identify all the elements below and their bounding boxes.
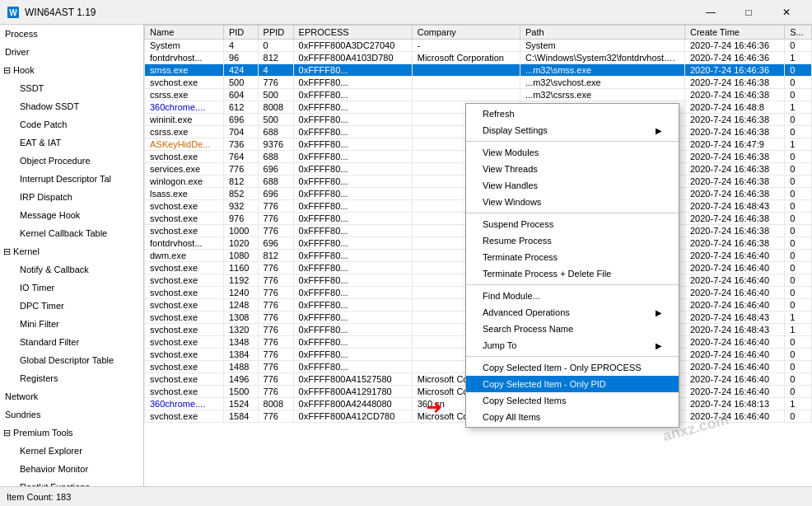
menu-item-copy-selected-item---only-epro[interactable]: Copy Selected Item - Only EPROCESS — [466, 359, 679, 376]
menu-item-find-module---[interactable]: Find Module... — [466, 288, 679, 304]
minimize-button[interactable]: — — [692, 0, 730, 25]
window-controls: — □ ✕ — [692, 0, 805, 25]
sidebar-item-shadow-ssdt[interactable]: Shadow SSDT — [0, 97, 143, 115]
menu-item-advanced-operations[interactable]: Advanced Operations▶ — [466, 304, 679, 321]
sidebar-item-mini-filter[interactable]: Mini Filter — [0, 315, 143, 333]
menu-item-label: Suspend Process — [483, 219, 553, 229]
menu-item-refresh[interactable]: Refresh — [466, 105, 679, 122]
item-count: Item Count: 183 — [7, 492, 71, 502]
submenu-arrow-icon: ▶ — [656, 126, 662, 135]
col-header-name[interactable]: Name — [145, 26, 224, 40]
sidebar-item-code-patch[interactable]: Code Patch — [0, 115, 143, 134]
col-header-company[interactable]: Company — [412, 26, 520, 40]
menu-separator — [466, 284, 679, 285]
menu-item-display-settings[interactable]: Display Settings▶ — [466, 122, 679, 138]
menu-item-label: Terminate Process + Delete File — [483, 269, 611, 279]
menu-item-view-handles[interactable]: View Handles — [466, 177, 679, 194]
sidebar-item-process[interactable]: Process — [0, 25, 143, 43]
sidebar-item-rootkit-functions[interactable]: Rootkit Functions — [0, 478, 143, 486]
menu-item-label: Search Process Name — [483, 324, 573, 334]
menu-separator — [466, 356, 679, 357]
sidebar-item-behavior-monitor[interactable]: Behavior Monitor — [0, 460, 143, 478]
maximize-button[interactable]: □ — [730, 0, 768, 25]
sidebar-item-premium-tools[interactable]: ⊟ Premium Tools — [0, 424, 143, 442]
sidebar-item-object-procedure[interactable]: Object Procedure — [0, 152, 143, 170]
sidebar-item-kernel[interactable]: ⊟ Kernel — [0, 242, 143, 260]
table-row[interactable]: fontdrvhost...968120xFFFF800A4103D780Mic… — [145, 52, 812, 64]
svg-text:W: W — [9, 8, 17, 17]
status-bar: Item Count: 183 — [0, 486, 812, 506]
sidebar-item-driver[interactable]: Driver — [0, 43, 143, 61]
menu-item-terminate-process---delete-fil[interactable]: Terminate Process + Delete File — [466, 265, 679, 282]
col-header-path[interactable]: Path — [520, 26, 685, 40]
menu-item-label: View Threads — [483, 164, 538, 174]
col-header-ppid[interactable]: PPID — [258, 26, 293, 40]
menu-item-copy-selected-item---only-pid[interactable]: Copy Selected Item - Only PID — [466, 376, 679, 392]
sidebar: ProcessDriver⊟ HookSSDTShadow SSDTCode P… — [0, 25, 144, 486]
sidebar-item-interrupt-descriptor[interactable]: Interrupt Descriptor Tal — [0, 170, 143, 188]
menu-item-label: Display Settings — [483, 125, 548, 135]
sidebar-item-standard-filter[interactable]: Standard Filter — [0, 333, 143, 351]
menu-item-label: Copy All Items — [483, 412, 540, 422]
menu-item-suspend-process[interactable]: Suspend Process — [466, 216, 679, 232]
table-row[interactable]: smss.exe42440xFFFF80......m32\smss.exe20… — [145, 64, 812, 77]
menu-item-copy-selected-items[interactable]: Copy Selected Items — [466, 392, 679, 409]
menu-item-label: Jump To — [483, 340, 516, 350]
close-button[interactable]: ✕ — [768, 0, 805, 25]
menu-item-label: Copy Selected Item - Only EPROCESS — [483, 363, 642, 372]
menu-item-label: Terminate Process — [483, 252, 558, 262]
col-header-pid[interactable]: PID — [223, 26, 258, 40]
menu-separator — [466, 141, 679, 142]
table-row[interactable]: csrss.exe6045000xFFFF80......m32\csrss.e… — [145, 89, 812, 101]
menu-item-view-threads[interactable]: View Threads — [466, 161, 679, 177]
title-bar: W WIN64AST 1.19 — □ ✕ — [0, 0, 812, 25]
menu-separator — [466, 213, 679, 213]
content-area: NamePIDPPIDEPROCESSCompanyPathCreate Tim… — [144, 25, 812, 486]
table-row[interactable]: svchost.exe5007760xFFFF80......m32\svcho… — [145, 77, 812, 89]
sidebar-item-hook[interactable]: ⊟ Hook — [0, 61, 143, 79]
sidebar-item-irp-dispatch[interactable]: IRP Dispatch — [0, 188, 143, 206]
sidebar-item-io-timer[interactable]: IO Timer — [0, 279, 143, 297]
sidebar-item-sundries[interactable]: Sundries — [0, 405, 143, 424]
sidebar-item-dpc-timer[interactable]: DPC Timer — [0, 297, 143, 315]
red-arrow-indicator: ➜ — [426, 396, 442, 419]
sidebar-item-registers[interactable]: Registers — [0, 369, 143, 387]
sidebar-nav: ProcessDriver⊟ HookSSDTShadow SSDTCode P… — [0, 25, 143, 486]
menu-item-view-modules[interactable]: View Modules — [466, 144, 679, 161]
menu-item-label: Copy Selected Items — [483, 396, 567, 405]
main-layout: ProcessDriver⊟ HookSSDTShadow SSDTCode P… — [0, 25, 812, 486]
menu-item-label: Advanced Operations — [483, 307, 570, 317]
sidebar-item-message-hook[interactable]: Message Hook — [0, 206, 143, 224]
menu-item-label: View Handles — [483, 180, 538, 190]
sidebar-item-global-descriptor-table[interactable]: Global Descriptor Table — [0, 351, 143, 369]
app-icon: W — [7, 6, 20, 19]
menu-item-label: Find Module... — [483, 291, 540, 301]
menu-item-terminate-process[interactable]: Terminate Process — [466, 249, 679, 265]
menu-item-resume-process[interactable]: Resume Process — [466, 232, 679, 249]
menu-item-label: View Windows — [483, 197, 541, 207]
col-header-create-time[interactable]: Create Time — [685, 26, 785, 40]
menu-item-search-process-name[interactable]: Search Process Name — [466, 321, 679, 337]
col-header-s---[interactable]: S... — [785, 26, 812, 40]
menu-item-label: Refresh — [483, 109, 515, 119]
menu-item-view-windows[interactable]: View Windows — [466, 194, 679, 210]
sidebar-item-kernel-callback-table[interactable]: Kernel Callback Table — [0, 224, 143, 242]
col-header-eprocess[interactable]: EPROCESS — [293, 26, 412, 40]
menu-item-label: Resume Process — [483, 236, 552, 246]
window-title: WIN64AST 1.19 — [25, 7, 692, 18]
context-menu: RefreshDisplay Settings▶View ModulesView… — [465, 103, 679, 428]
sidebar-item-eat-iat[interactable]: EAT & IAT — [0, 134, 143, 152]
table-row[interactable]: System400xFFFF800A3DC27040-System2020-7-… — [145, 40, 812, 52]
sidebar-item-notify-callback[interactable]: Notify & Callback — [0, 260, 143, 279]
menu-item-label: View Modules — [483, 148, 539, 157]
sidebar-item-ssdt[interactable]: SSDT — [0, 79, 143, 97]
menu-item-copy-all-items[interactable]: Copy All Items — [466, 409, 679, 425]
sidebar-item-network[interactable]: Network — [0, 387, 143, 405]
sidebar-item-kernel-explorer[interactable]: Kernel Explorer — [0, 442, 143, 460]
submenu-arrow-icon: ▶ — [656, 341, 662, 350]
menu-item-label: Copy Selected Item - Only PID — [483, 379, 606, 389]
table-header: NamePIDPPIDEPROCESSCompanyPathCreate Tim… — [145, 26, 812, 40]
submenu-arrow-icon: ▶ — [656, 308, 662, 317]
menu-item-jump-to[interactable]: Jump To▶ — [466, 337, 679, 354]
